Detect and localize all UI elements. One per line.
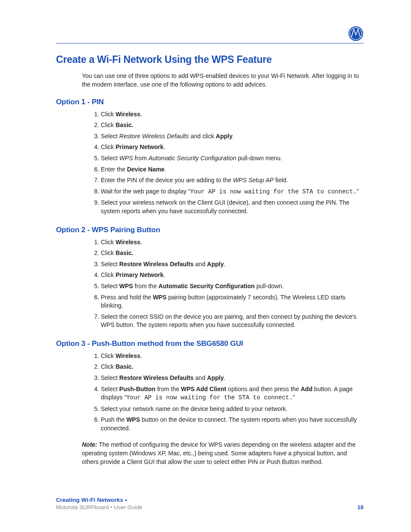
note-label: Note: <box>82 441 97 448</box>
list-item: Click Wireless. <box>101 109 364 120</box>
list-item: Click Primary Network. <box>101 142 364 153</box>
option3-steps: Click Wireless. Click Basic. Select Rest… <box>82 351 364 434</box>
list-item: Select WPS from Automatic Security Confi… <box>101 153 364 164</box>
option2-heading: Option 2 - WPS Pairing Button <box>56 226 364 234</box>
list-item: Select WPS from the Automatic Security C… <box>101 281 364 292</box>
list-item: Select your wireless network on the Clie… <box>101 197 364 217</box>
footer-chapter: Creating Wi-Fi Networks • <box>56 497 364 503</box>
list-item: Press and hold the WPS pairing button (a… <box>101 292 364 311</box>
list-item: Click Wireless. <box>101 237 364 248</box>
list-item: Click Basic. <box>101 120 364 131</box>
list-item: Click Basic. <box>101 248 364 259</box>
page-number: 16 <box>358 504 364 510</box>
page-title: Create a Wi-Fi Network Using the WPS Fea… <box>56 54 364 65</box>
note-paragraph: Note: The method of configuring the devi… <box>82 440 364 467</box>
motorola-logo-icon <box>348 26 364 43</box>
document-page: Create a Wi-Fi Network Using the WPS Fea… <box>0 0 411 532</box>
list-item: Select Push-Button from the WPS Add Clie… <box>101 384 364 404</box>
svg-point-0 <box>349 26 363 41</box>
option2-steps: Click Wireless. Click Basic. Select Rest… <box>82 237 364 331</box>
list-item: Wait for the web page to display “Your A… <box>101 186 364 198</box>
list-item: Select Restore Wireless Defaults and App… <box>101 373 364 384</box>
intro-paragraph: You can use one of three options to add … <box>82 72 364 89</box>
note-text: The method of configuring the device for… <box>82 441 356 466</box>
option1-steps: Click Wireless. Click Basic. Select Rest… <box>82 109 364 217</box>
list-item: Select Restore Wireless Defaults and cli… <box>101 131 364 142</box>
header-rule <box>56 43 364 44</box>
list-item: Click Primary Network. <box>101 270 364 281</box>
footer-doc: Motorola SURFboard • User Guide <box>56 504 364 510</box>
list-item: Click Wireless. <box>101 351 364 362</box>
list-item: Enter the PIN of the device you are addi… <box>101 175 364 186</box>
list-item: Select your network name on the device b… <box>101 404 364 415</box>
list-item: Click Basic. <box>101 361 364 373</box>
list-item: Push the WPS button on the device to con… <box>101 414 364 434</box>
option1-heading: Option 1 - PIN <box>56 98 364 106</box>
option3-heading: Option 3 - Push-Button method from the S… <box>56 339 364 348</box>
list-item: Enter the Device Name. <box>101 164 364 175</box>
list-item: Select Restore Wireless Defaults and App… <box>101 259 364 270</box>
page-footer: Creating Wi-Fi Networks • Motorola SURFb… <box>56 497 364 510</box>
list-item: Select the correct SSID on the device yo… <box>101 311 364 331</box>
